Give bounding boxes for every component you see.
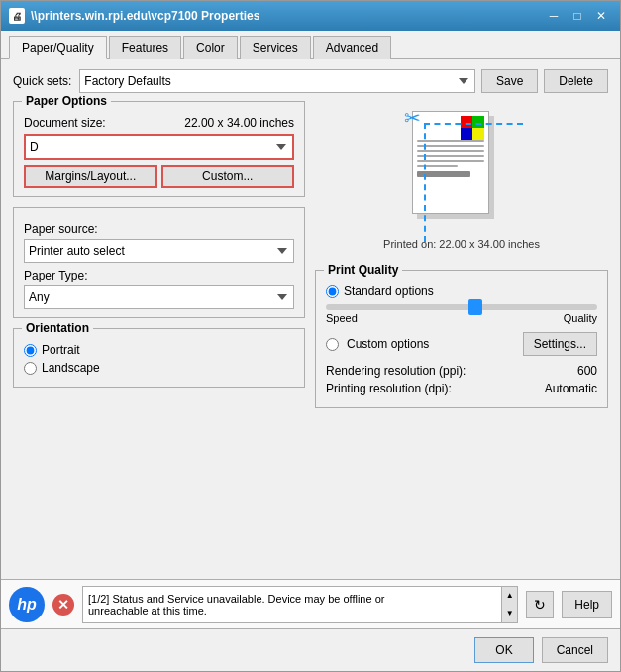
quality-label: Quality	[564, 312, 597, 324]
minimize-button[interactable]: ─	[543, 7, 565, 25]
paper-source-content: Paper source: Printer auto select Paper …	[24, 216, 294, 309]
color-green	[472, 116, 484, 128]
hp-logo: hp	[9, 587, 45, 622]
print-quality-title: Print Quality	[324, 263, 402, 277]
landscape-label: Landscape	[42, 361, 100, 375]
orientation-title: Orientation	[22, 321, 93, 335]
margins-layout-button[interactable]: Margins/Layout...	[24, 165, 157, 188]
paper-type-select[interactable]: Any	[24, 285, 294, 309]
doc-size-label: Document size:	[24, 116, 106, 130]
paper-line	[417, 140, 484, 142]
bottom-bar: OK Cancel	[1, 628, 620, 671]
status-text-line2: unreachable at this time.	[88, 605, 512, 616]
custom-label: Custom options	[347, 337, 429, 351]
color-grid	[461, 116, 484, 140]
quality-slider-container: Speed Quality	[326, 304, 597, 324]
status-text-line1: [1/2] Status and Service unavailable. De…	[88, 593, 512, 605]
print-quality-content: Standard options Speed Quality	[326, 279, 597, 395]
scroll-up-button[interactable]: ▲	[502, 587, 517, 605]
custom-size-button[interactable]: Custom...	[161, 165, 295, 188]
settings-button[interactable]: Settings...	[523, 332, 597, 356]
preview-area: ✂ Printed on: 22.00 x 34.00 inches	[315, 101, 608, 260]
doc-size-row: Document size: 22.00 x 34.00 inches	[24, 116, 294, 130]
paper-preview-container: ✂	[412, 111, 511, 230]
dashed-line-horizontal	[424, 123, 523, 125]
quick-sets-row: Quick sets: Factory Defaults Save Delete	[13, 69, 608, 93]
save-button[interactable]: Save	[481, 69, 538, 93]
speed-label: Speed	[326, 312, 358, 324]
standard-radio[interactable]	[326, 285, 339, 298]
maximize-button[interactable]: □	[567, 7, 588, 25]
refresh-button[interactable]: ↻	[526, 591, 554, 618]
rendering-resolution-row: Rendering resolution (ppi): 600	[326, 364, 597, 378]
title-bar: 🖨 \\printers.win.rpi.edu\vcp7100 Propert…	[1, 1, 620, 31]
printing-label: Printing resolution (dpi):	[326, 382, 452, 395]
color-blue	[461, 128, 472, 140]
help-button[interactable]: Help	[562, 591, 612, 618]
slider-labels: Speed Quality	[326, 312, 597, 324]
tab-services[interactable]: Services	[240, 36, 311, 59]
orientation-content: Portrait Landscape	[24, 337, 294, 375]
custom-radio[interactable]	[326, 338, 339, 351]
close-button[interactable]: ✕	[590, 7, 612, 25]
quick-sets-controls: Factory Defaults Save Delete	[79, 69, 608, 93]
portrait-option: Portrait	[24, 343, 294, 357]
paper-line	[417, 160, 484, 162]
tab-features[interactable]: Features	[109, 36, 181, 59]
standard-options-row: Standard options	[326, 284, 597, 298]
cancel-button[interactable]: Cancel	[542, 637, 608, 663]
paper-line	[417, 155, 484, 157]
title-bar-text: 🖨 \\printers.win.rpi.edu\vcp7100 Propert…	[9, 8, 259, 24]
orientation-group: Orientation Portrait Landscape	[13, 328, 305, 388]
title-bar-icon: 🖨	[9, 8, 25, 24]
scissors-icon: ✂	[404, 103, 434, 133]
doc-size-buttons: Margins/Layout... Custom...	[24, 165, 294, 188]
scroll-down-button[interactable]: ▼	[502, 605, 517, 622]
quick-sets-select[interactable]: Factory Defaults	[79, 69, 475, 93]
portrait-radio[interactable]	[24, 344, 37, 357]
printing-resolution-row: Printing resolution (dpi): Automatic	[326, 382, 597, 395]
quality-slider-thumb[interactable]	[468, 299, 482, 315]
paper-source-group: Paper source: Printer auto select Paper …	[13, 207, 305, 318]
paper-options-title: Paper Options	[22, 94, 111, 108]
error-icon: ✕	[52, 594, 74, 616]
left-panel: Paper Options Document size: 22.00 x 34.…	[13, 101, 305, 569]
status-message-area: [1/2] Status and Service unavailable. De…	[82, 586, 518, 623]
quality-slider-track	[326, 304, 597, 310]
paper-type-label: Paper Type:	[24, 269, 294, 282]
landscape-option: Landscape	[24, 361, 294, 375]
rendering-value: 600	[577, 364, 597, 378]
printed-on-text: Printed on: 22.00 x 34.00 inches	[383, 238, 540, 250]
paper-line	[417, 150, 484, 152]
status-bar: hp ✕ [1/2] Status and Service unavailabl…	[1, 579, 620, 628]
doc-size-select[interactable]: D	[24, 134, 294, 160]
standard-label: Standard options	[344, 284, 434, 298]
color-block	[461, 116, 484, 140]
tab-paper-quality[interactable]: Paper/Quality	[9, 36, 107, 59]
status-scroll-buttons: ▲ ▼	[501, 587, 517, 622]
main-window: 🖨 \\printers.win.rpi.edu\vcp7100 Propert…	[0, 0, 621, 672]
right-panel: ✂ Printed on: 22.00 x 34.00 inches Print…	[315, 101, 608, 569]
ok-button[interactable]: OK	[474, 637, 533, 663]
custom-options-row: Custom options Settings...	[326, 332, 597, 356]
tab-advanced[interactable]: Advanced	[313, 36, 391, 59]
main-area: Paper Options Document size: 22.00 x 34.…	[13, 101, 608, 569]
tab-color[interactable]: Color	[183, 36, 238, 59]
title-bar-controls: ─ □ ✕	[543, 7, 612, 25]
paper-options-content: Document size: 22.00 x 34.00 inches D Ma…	[24, 110, 294, 188]
paper-options-group: Paper Options Document size: 22.00 x 34.…	[13, 101, 305, 197]
rendering-label: Rendering resolution (ppi):	[326, 364, 466, 378]
main-content: Quick sets: Factory Defaults Save Delete…	[1, 59, 620, 579]
color-red	[461, 116, 472, 128]
print-quality-group: Print Quality Standard options	[315, 270, 608, 408]
tab-bar: Paper/Quality Features Color Services Ad…	[1, 31, 620, 59]
paper-line	[417, 145, 484, 147]
landscape-radio[interactable]	[24, 362, 37, 375]
quick-sets-label: Quick sets:	[13, 74, 71, 88]
portrait-label: Portrait	[42, 343, 80, 357]
dashed-line-vertical	[424, 123, 426, 242]
paper-source-select[interactable]: Printer auto select	[24, 239, 294, 263]
svg-text:✂: ✂	[404, 107, 421, 129]
doc-size-dimensions: 22.00 x 34.00 inches	[184, 116, 294, 130]
delete-button[interactable]: Delete	[544, 69, 608, 93]
